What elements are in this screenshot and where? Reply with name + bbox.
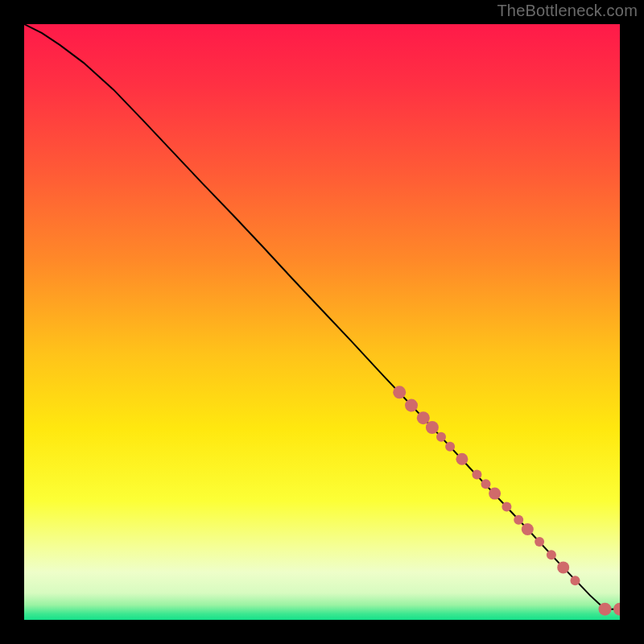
data-point	[489, 488, 501, 500]
data-point	[417, 411, 430, 424]
data-point	[522, 523, 534, 535]
data-point	[502, 502, 511, 511]
plot-area	[24, 24, 620, 620]
data-point	[472, 469, 481, 479]
data-point	[436, 432, 446, 442]
data-point	[557, 561, 569, 573]
data-point	[445, 442, 455, 452]
data-point	[426, 421, 439, 434]
data-point	[456, 453, 468, 465]
chart-frame: TheBottleneck.com	[0, 0, 644, 644]
data-point	[481, 479, 491, 489]
data-point	[393, 386, 406, 398]
data-point	[405, 399, 418, 412]
data-point	[547, 550, 556, 559]
chart-svg	[24, 24, 620, 620]
attribution-text: TheBottleneck.com	[497, 2, 638, 20]
data-point	[535, 537, 544, 547]
data-point	[599, 603, 612, 616]
data-point	[514, 515, 523, 525]
data-point	[571, 576, 580, 585]
